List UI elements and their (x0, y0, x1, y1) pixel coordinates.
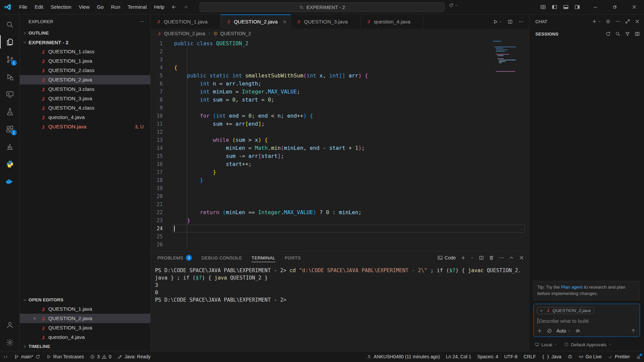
branch-item[interactable]: main* (11, 351, 43, 362)
back-button[interactable] (169, 2, 179, 12)
panel-tab-debug-console[interactable]: DEBUG CONSOLE (201, 251, 242, 264)
menu-file[interactable]: File (15, 0, 31, 14)
sync-dropdown-button[interactable] (449, 3, 458, 8)
panel-tab-problems[interactable]: PROBLEMS3 (157, 251, 192, 264)
explorer-more-actions-icon[interactable] (140, 19, 144, 24)
plan-agent-link[interactable]: Plan agent (561, 285, 583, 290)
toggle-sidebar-icon[interactable] (551, 4, 557, 10)
file-item[interactable]: JQUESTION_2.class (20, 66, 150, 75)
problems-item[interactable]: 3 0 (87, 351, 114, 362)
prettier-item[interactable]: Prettier (605, 351, 633, 362)
menu-terminal[interactable]: Terminal (124, 0, 151, 14)
git-blame-item[interactable]: ANKUSH0480 (11 minutes ago) (364, 351, 443, 362)
search-sessions-icon[interactable] (615, 31, 621, 37)
activity-testing[interactable] (0, 103, 20, 120)
close-editor-icon[interactable] (31, 316, 38, 320)
file-item[interactable]: JQUESTION_1.class (20, 47, 150, 56)
folder-root[interactable]: EXPERIMENT - 2 (20, 38, 150, 47)
terminal-profile[interactable]: Code (437, 255, 456, 260)
close-panel-icon[interactable] (519, 255, 524, 260)
file-item[interactable]: JQUESTION_1.java (20, 56, 150, 66)
file-item[interactable]: JQUESTION_2.java (20, 75, 150, 84)
activity-settings[interactable] (0, 334, 20, 351)
run-testcases-item[interactable]: Run Testcases (43, 351, 87, 362)
panel-tab-terminal[interactable]: TERMINAL (252, 251, 275, 264)
editor-more-actions-icon[interactable] (518, 19, 524, 24)
java-status-item[interactable]: Java: Ready (114, 351, 154, 362)
refresh-icon[interactable] (605, 31, 611, 37)
close-tab-icon[interactable] (282, 19, 287, 24)
send-button[interactable] (630, 328, 636, 334)
activity-docker[interactable] (0, 173, 20, 190)
filter-icon[interactable] (625, 31, 630, 37)
activity-source-control[interactable]: 1 (0, 51, 20, 68)
chat-input[interactable]: Describe what to build (537, 314, 636, 328)
section-timeline[interactable]: TIMELINE (20, 342, 150, 351)
encoding-item[interactable]: UTF-8 (501, 351, 521, 362)
notifications-item[interactable] (633, 351, 644, 362)
approvals-picker[interactable]: Default Approvals (564, 342, 612, 347)
split-editor-icon[interactable] (507, 19, 513, 24)
open-chat-in-editor-icon[interactable] (625, 19, 630, 24)
kill-terminal-icon[interactable] (489, 255, 494, 260)
editor-tab[interactable]: JQUESTION_2.java (221, 14, 291, 29)
panel-more-actions-icon[interactable] (499, 255, 504, 260)
forward-button[interactable] (180, 2, 191, 12)
chevron-down-icon[interactable] (471, 256, 474, 259)
menu-view[interactable]: View (75, 0, 93, 14)
menu-go[interactable]: Go (93, 0, 107, 14)
eol-item[interactable]: CRLF (521, 351, 539, 362)
model-picker[interactable]: Auto (556, 328, 571, 334)
activity-extensions[interactable]: 1 (0, 120, 20, 138)
editor-tab[interactable]: Jquestion_4.java (361, 14, 424, 29)
breadcrumb[interactable]: J QUESTION_2.java QUESTION_2 (151, 29, 529, 38)
activity-remote-explorer[interactable] (0, 85, 20, 103)
go-live-item[interactable]: Go Live (576, 351, 605, 362)
split-terminal-icon[interactable] (479, 255, 484, 260)
file-item[interactable]: Jquestion_4.java (20, 113, 150, 122)
sliders-icon[interactable] (575, 328, 581, 334)
minimize-button[interactable] (586, 0, 605, 14)
language-mode-item[interactable]: { } Java (539, 351, 564, 362)
minimap[interactable] (493, 41, 522, 78)
section-open-editors[interactable]: OPEN EDITORS (20, 295, 150, 304)
editor-tab[interactable]: JQUESTION_1.java (151, 14, 221, 29)
open-editor-item[interactable]: JQUESTION_3.java (20, 323, 150, 333)
menu-run[interactable]: Run (107, 0, 124, 14)
remote-indicator[interactable] (0, 351, 11, 362)
maximize-panel-icon[interactable] (509, 255, 514, 260)
menu-edit[interactable]: Edit (31, 0, 47, 14)
file-item[interactable]: JQUESTION.java3, U (20, 122, 150, 131)
open-editor-item[interactable]: JQUESTION_2.java (20, 314, 150, 323)
context-chip[interactable]: J QUESTION_2.java (537, 307, 594, 314)
run-java-button[interactable] (493, 19, 502, 24)
toggle-panel-icon[interactable] (563, 4, 569, 10)
cursor-position-item[interactable]: Ln 24, Col 1 (443, 351, 474, 362)
section-outline[interactable]: OUTLINE (20, 28, 150, 38)
file-item[interactable]: JQUESTION_3.class (20, 84, 150, 94)
menu-selection[interactable]: Selection (47, 0, 75, 14)
new-chat-button[interactable] (592, 19, 601, 24)
environment-picker[interactable]: Local (535, 342, 557, 347)
activity-python[interactable] (0, 155, 20, 173)
customize-layout-icon[interactable] (540, 4, 546, 10)
activity-account[interactable] (0, 316, 20, 334)
close-window-button[interactable] (625, 0, 644, 14)
copilot-item[interactable] (565, 351, 576, 362)
terminal-output[interactable]: PS D:\CODE SPACE\JAVA PABL\EXPERIMENT - … (151, 264, 529, 351)
activity-run-debug[interactable] (0, 68, 20, 85)
toggle-secondary-sidebar-icon[interactable] (574, 4, 580, 10)
new-terminal-icon[interactable] (461, 255, 466, 260)
activity-search[interactable] (0, 16, 20, 33)
open-editor-item[interactable]: JQUESTION_1.java (20, 304, 150, 314)
attach-icon[interactable] (537, 328, 542, 334)
file-item[interactable]: JQUESTION_3.java (20, 94, 150, 103)
chat-settings-icon[interactable] (605, 19, 611, 24)
command-center-search[interactable]: EXPERIMENT - 2 (200, 2, 444, 12)
chat-more-actions-icon[interactable] (615, 19, 621, 24)
restore-button[interactable] (605, 0, 625, 14)
editor-tab[interactable]: JQUESTION_3.java (291, 14, 361, 29)
tools-disabled-icon[interactable] (547, 328, 552, 334)
panel-tab-ports[interactable]: PORTS (285, 251, 301, 264)
activity-chart[interactable] (0, 138, 20, 155)
